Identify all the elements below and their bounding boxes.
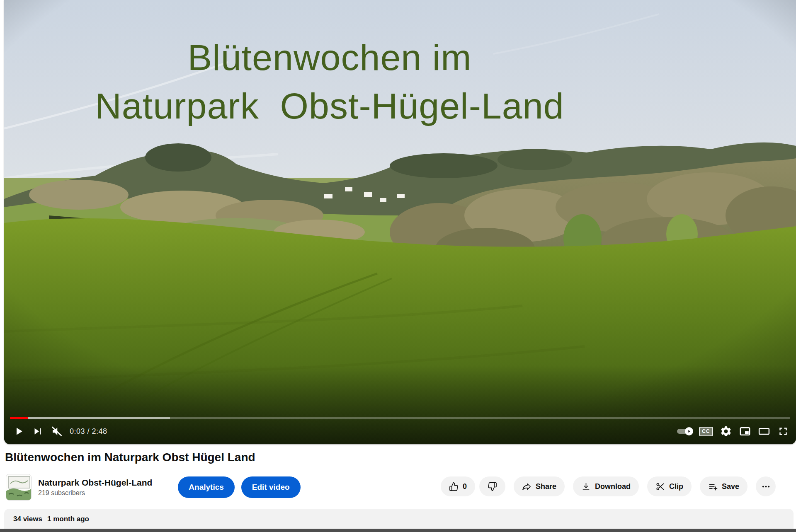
download-label: Download xyxy=(595,482,631,491)
page-title: Blütenwochen im Naturpark Obst Hügel Lan… xyxy=(5,451,255,464)
autoplay-play-icon xyxy=(687,429,691,433)
fullscreen-button[interactable] xyxy=(774,422,793,441)
view-count: 34 views xyxy=(13,515,42,523)
channel-name[interactable]: Naturpark Obst-Hügel-Land xyxy=(38,478,152,488)
cc-icon: CC xyxy=(699,427,713,436)
gear-icon xyxy=(720,425,732,438)
save-button[interactable]: Save xyxy=(700,476,747,496)
download-icon xyxy=(581,482,591,491)
thumb-up-icon xyxy=(449,482,459,491)
channel-logo xyxy=(6,474,32,501)
theater-icon xyxy=(758,425,770,438)
progress-played xyxy=(10,417,28,419)
playlist-add-icon xyxy=(708,482,718,491)
play-button[interactable] xyxy=(9,422,28,441)
actions-row: 0 Share Download Clip xyxy=(441,476,776,496)
more-icon xyxy=(761,482,771,491)
clip-label: Clip xyxy=(669,482,683,491)
upload-age: 1 month ago xyxy=(47,515,89,523)
like-count: 0 xyxy=(463,482,467,491)
download-button[interactable]: Download xyxy=(573,476,639,496)
overlay-line-1: Blütenwochen im xyxy=(4,33,655,82)
settings-button[interactable] xyxy=(716,422,735,441)
dislike-button[interactable] xyxy=(479,476,505,496)
fullscreen-icon xyxy=(777,425,789,438)
autoplay-knob xyxy=(685,427,693,435)
more-actions-button[interactable] xyxy=(756,476,776,496)
channel-meta: Naturpark Obst-Hügel-Land 219 subscriber… xyxy=(38,478,152,497)
share-icon xyxy=(522,482,531,491)
player-controls: 0:03 / 2:48 CC xyxy=(9,420,793,443)
edit-video-button[interactable]: Edit video xyxy=(241,476,301,498)
theater-mode-button[interactable] xyxy=(755,422,774,441)
play-icon xyxy=(12,425,25,438)
mute-button[interactable] xyxy=(47,422,66,441)
autoplay-toggle[interactable] xyxy=(672,422,696,441)
analytics-button[interactable]: Analytics xyxy=(178,476,234,498)
owner-buttons: Analytics Edit video xyxy=(178,476,300,498)
bottom-edge-bar xyxy=(0,529,796,532)
time-display: 0:03 / 2:48 xyxy=(70,427,107,436)
next-button[interactable] xyxy=(28,422,47,441)
channel-row: Naturpark Obst-Hügel-Land 219 subscriber… xyxy=(6,474,301,501)
share-button[interactable]: Share xyxy=(514,476,565,496)
controls-left: 0:03 / 2:48 xyxy=(9,422,107,441)
next-icon xyxy=(32,425,44,438)
clip-button[interactable]: Clip xyxy=(647,476,692,496)
progress-bar[interactable] xyxy=(10,417,790,419)
save-label: Save xyxy=(722,482,739,491)
subtitles-button[interactable]: CC xyxy=(696,422,716,441)
overlay-line-2: Naturpark Obst-Hügel-Land xyxy=(4,82,655,130)
video-overlay-title: Blütenwochen imNaturpark Obst-Hügel-Land xyxy=(4,33,655,130)
share-label: Share xyxy=(536,482,556,491)
volume-muted-icon xyxy=(51,425,63,438)
miniplayer-icon xyxy=(739,425,751,438)
channel-avatar[interactable] xyxy=(6,474,32,501)
scissors-icon xyxy=(655,482,665,491)
like-button[interactable]: 0 xyxy=(441,476,475,496)
miniplayer-button[interactable] xyxy=(735,422,755,441)
video-meta: 34 views 1 month ago xyxy=(4,509,794,530)
video-player[interactable]: Blütenwochen imNaturpark Obst-Hügel-Land… xyxy=(4,0,796,444)
like-dislike-group: 0 xyxy=(441,476,505,496)
thumb-down-icon xyxy=(488,482,497,491)
progress-buffered xyxy=(10,417,170,419)
description-box[interactable]: 34 views 1 month ago xyxy=(4,509,794,529)
controls-right: CC xyxy=(672,422,793,441)
subscriber-count: 219 subscribers xyxy=(38,489,152,497)
